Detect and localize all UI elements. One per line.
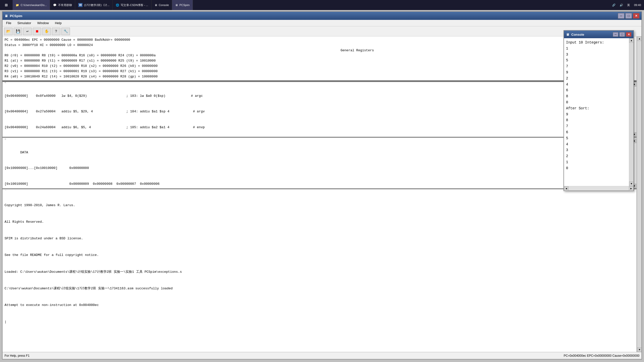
code-line-2: [0x00400004] 0x27a50004 addiu $5, $29, 4… <box>5 109 630 114</box>
bottom-line-5: Loaded: C:\Users\wukan\Documents\课程\计组实验… <box>5 269 634 275</box>
content-area: PC = 004000ec EPC = 00000000 Cause = 000… <box>3 36 641 352</box>
bottom-space <box>3 332 636 352</box>
console-minimize[interactable]: ─ <box>613 32 618 37</box>
bottom-line-7: Attempt to execute non-instruction at 0x… <box>5 302 634 308</box>
help-button[interactable]: ? <box>52 28 60 35</box>
clock: 09:40 <box>634 4 641 7</box>
console-controls: ─ □ ✕ <box>613 32 631 37</box>
network-icon: 🔗 <box>612 4 616 7</box>
register-line-6: R2 (v0) = 00000004 R10 (t2) = 00000000 R… <box>5 64 634 69</box>
cursor-line: | <box>5 319 634 325</box>
main-scroll-up[interactable]: ▲ <box>637 36 641 41</box>
taskbar-item-browser[interactable]: 🌐 写文章-CSDN博客 - ... <box>113 0 151 10</box>
console-right-scrollbar[interactable]: ▲ ▼ <box>629 38 633 186</box>
register-line-2: Status = 3000ff10 HI = 00000000 LO = 000… <box>5 43 634 48</box>
data-line-1: DATA <box>5 150 630 155</box>
taskbar-item-pcspim[interactable]: 🖥 PCSpim <box>172 0 193 10</box>
status-registers: PC=0x004000ec EPC=0x00000000 Cause=0x000… <box>564 354 639 357</box>
console-scroll-right[interactable]: ▶ <box>629 186 633 191</box>
register-line-7: R3 (v1) = 00000000 R11 (t3) = 00000001 R… <box>5 69 634 74</box>
start-button[interactable]: ⊞ <box>0 0 13 10</box>
data-line-3: [0x10010000] 0x00000009 0x00000008 0x000… <box>5 182 630 187</box>
main-panel: PC = 004000ec EPC = 00000000 Cause = 000… <box>3 36 637 352</box>
data-line-2: [0x10000000]...[0x10010000] 0x00000000 <box>5 166 630 171</box>
save-button[interactable]: 💾 <box>14 28 22 35</box>
menu-help[interactable]: Help <box>52 21 64 25</box>
taskbar-item-explorer[interactable]: 📁 C:\Users\wukan\Do... <box>13 0 50 10</box>
settings-button[interactable]: 🔧 <box>61 28 70 35</box>
browser-icon: 🌐 <box>116 4 119 7</box>
open-button[interactable]: 📂 <box>4 28 13 35</box>
volume-icon: 🔊 <box>620 4 623 7</box>
console-output: Input 10 Integers: 1 3 5 7 9 2 4 6 8 0 A… <box>564 38 629 186</box>
console-maximize[interactable]: □ <box>619 32 625 37</box>
window-title: PCSpim <box>10 14 616 18</box>
register-line-4: R0 (r0) = 00000000 R8 (t0) = 0000000a R1… <box>5 53 634 58</box>
console-scroll-left[interactable]: ◀ <box>564 186 569 191</box>
console-icon: 🖥 <box>566 33 569 36</box>
menu-file[interactable]: File <box>4 21 14 25</box>
menu-window[interactable]: Window <box>35 21 51 25</box>
bottom-line-6: C:\Users\wukan\Documents\课程\计组实验\17计教学2班… <box>5 286 634 291</box>
chat-icon: 💬 <box>53 4 57 7</box>
register-line-3: General Registers <box>5 48 634 53</box>
console-title-text: Console <box>571 33 611 36</box>
taskbar-right: 🔗 🔊 英 09:40 <box>609 3 644 7</box>
minimize-button[interactable]: ─ <box>618 13 624 19</box>
code-line-3: [0x00400008] 0x24a60004 addiu $6, $5, 4 … <box>5 125 630 130</box>
console-scroll-down[interactable]: ▼ <box>629 182 633 186</box>
bottom-line-2: All Rights Reserved. <box>5 219 634 225</box>
register-line-1: PC = 004000ec EPC = 00000000 Cause = 000… <box>5 37 634 43</box>
menu-simulator[interactable]: Simulator <box>15 21 34 25</box>
taskbar-items: 📁 C:\Users\wukan\Do... 💬 不常用群聊 W (17计教学2… <box>13 0 609 10</box>
taskbar-item-chat[interactable]: 💬 不常用群聊 <box>50 0 75 10</box>
status-help: For Help, press F1 <box>5 354 559 357</box>
console-taskbar-icon: 🖥 <box>154 4 157 7</box>
app-icon: 🖥 <box>5 14 8 18</box>
code-line-1: [0x00400000] 0x8fa40000 lw $4, 0($29) ; … <box>5 94 630 99</box>
console-horizontal-scrollbar: ◀ ▶ <box>564 186 633 191</box>
main-scroll-down[interactable]: ▼ <box>637 347 641 352</box>
window-controls: ─ □ ✕ <box>618 13 639 19</box>
main-scrollbar[interactable]: ▲ ▼ <box>637 36 641 352</box>
console-title-bar: 🖥 Console ─ □ ✕ <box>564 31 633 38</box>
data-section: DATA [0x10000000]...[0x10010000] 0x00000… <box>3 139 636 189</box>
bottom-line-1: Copyright 1990-2010, James R. Larus. <box>5 203 634 208</box>
title-bar: 🖥 PCSpim ─ □ ✕ <box>3 12 641 20</box>
menu-bar: File Simulator Window Help <box>3 20 641 26</box>
main-window: 🖥 PCSpim ─ □ ✕ File Simulator Window Hel… <box>2 11 642 359</box>
register-line-8: R4 (a0) = 10010049 R12 (t4) = 10010020 R… <box>5 74 634 79</box>
code-section: [0x00400000] 0x8fa40000 lw $4, 0($29) ; … <box>3 82 636 137</box>
taskbar-item-word[interactable]: W (17计教学2班)《计... <box>75 0 113 10</box>
pcspim-taskbar-icon: 🖥 <box>175 4 178 7</box>
code-content: [0x00400000] 0x8fa40000 lw $4, 0($29) ; … <box>3 82 632 137</box>
console-window: 🖥 Console ─ □ ✕ Input 10 Integers: 1 3 5… <box>564 30 634 191</box>
console-scroll-track <box>569 186 629 191</box>
console-scroll-up[interactable]: ▲ <box>629 38 633 43</box>
run-button[interactable]: ✋ <box>42 28 51 35</box>
taskbar: ⊞ 📁 C:\Users\wukan\Do... 💬 不常用群聊 W (17计教… <box>0 0 644 10</box>
toolbar: 📂 💾 ↩ ⏹ ✋ ? 🔧 <box>3 26 641 36</box>
bottom-line-4: See the file README for a full copyright… <box>5 252 634 258</box>
data-content: DATA [0x10000000]...[0x10010000] 0x00000… <box>3 139 632 188</box>
bottom-line-3: SPIM is distributed under a BSD license. <box>5 236 634 241</box>
word-icon: W <box>78 3 83 7</box>
taskbar-item-console[interactable]: 🖥 Console <box>151 0 172 10</box>
status-bar: For Help, press F1 PC=0x004000ec EPC=0x0… <box>3 352 641 359</box>
console-close[interactable]: ✕ <box>626 32 631 37</box>
close-button[interactable]: ✕ <box>633 13 639 19</box>
folder-icon: 📁 <box>16 4 19 7</box>
stop-button[interactable]: ⏹ <box>33 28 41 35</box>
register-line-5: R1 (at) = 00000000 R9 (t1) = 00000009 R1… <box>5 58 634 64</box>
maximize-button[interactable]: □ <box>625 13 632 19</box>
step-button[interactable]: ↩ <box>23 28 32 35</box>
windows-icon: ⊞ <box>5 2 8 8</box>
bottom-info: Copyright 1990-2010, James R. Larus. All… <box>3 190 636 332</box>
register-display: PC = 004000ec EPC = 00000000 Cause = 000… <box>3 36 636 81</box>
language-indicator: 英 <box>627 3 630 7</box>
